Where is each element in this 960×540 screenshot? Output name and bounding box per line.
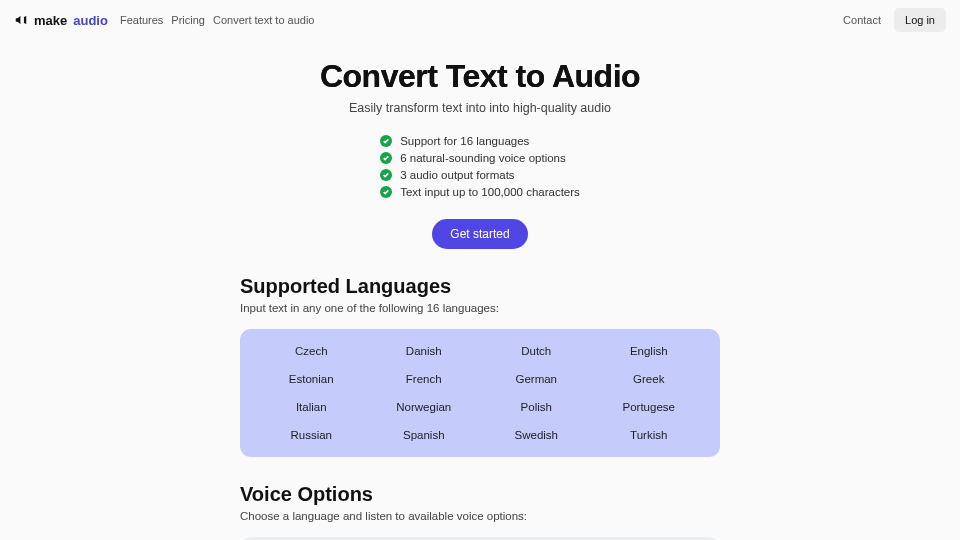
- language-cell: Dutch: [485, 345, 588, 357]
- feature-item: 3 audio output formats: [380, 169, 580, 181]
- language-cell: Italian: [260, 401, 363, 413]
- feature-item: Text input up to 100,000 characters: [380, 186, 580, 198]
- voice-section: Voice Options Choose a language and list…: [240, 483, 720, 540]
- language-cell: Danish: [373, 345, 476, 357]
- language-cell: Turkish: [598, 429, 701, 441]
- nav-link-convert[interactable]: Convert text to audio: [213, 14, 315, 26]
- language-cell: Norwegian: [373, 401, 476, 413]
- language-cell: Swedish: [485, 429, 588, 441]
- login-button[interactable]: Log in: [894, 8, 946, 32]
- language-cell: Czech: [260, 345, 363, 357]
- language-cell: French: [373, 373, 476, 385]
- languages-grid: Czech Danish Dutch English Estonian Fren…: [240, 329, 720, 457]
- feature-label: Text input up to 100,000 characters: [400, 186, 580, 198]
- language-cell: English: [598, 345, 701, 357]
- features-list: Support for 16 languages 6 natural-sound…: [380, 135, 580, 203]
- language-cell: Portugese: [598, 401, 701, 413]
- voice-subtitle: Choose a language and listen to availabl…: [240, 510, 720, 522]
- feature-item: Support for 16 languages: [380, 135, 580, 147]
- languages-section: Supported Languages Input text in any on…: [240, 275, 720, 457]
- nav-left: makeaudio Features Pricing Convert text …: [14, 13, 314, 28]
- brand-link[interactable]: makeaudio: [14, 13, 108, 28]
- check-icon: [380, 186, 392, 198]
- languages-title: Supported Languages: [240, 275, 720, 298]
- language-cell: Polish: [485, 401, 588, 413]
- navbar: makeaudio Features Pricing Convert text …: [0, 0, 960, 40]
- nav-link-features[interactable]: Features: [120, 14, 163, 26]
- feature-label: Support for 16 languages: [400, 135, 529, 147]
- hero: Convert Text to Audio Easily transform t…: [0, 40, 960, 249]
- feature-item: 6 natural-sounding voice options: [380, 152, 580, 164]
- nav-link-pricing[interactable]: Pricing: [171, 14, 205, 26]
- get-started-button[interactable]: Get started: [432, 219, 527, 249]
- language-cell: Estonian: [260, 373, 363, 385]
- language-cell: Greek: [598, 373, 701, 385]
- feature-label: 3 audio output formats: [400, 169, 514, 181]
- check-icon: [380, 152, 392, 164]
- brand-audio: audio: [73, 13, 108, 28]
- feature-label: 6 natural-sounding voice options: [400, 152, 566, 164]
- check-icon: [380, 135, 392, 147]
- page-subtitle: Easily transform text into into high-qua…: [0, 101, 960, 115]
- megaphone-icon: [14, 13, 28, 27]
- page-title: Convert Text to Audio: [0, 58, 960, 95]
- nav-link-contact[interactable]: Contact: [843, 14, 881, 26]
- check-icon: [380, 169, 392, 181]
- brand-make: make: [34, 13, 67, 28]
- language-cell: German: [485, 373, 588, 385]
- nav-links: Features Pricing Convert text to audio: [120, 14, 315, 26]
- language-cell: Spanish: [373, 429, 476, 441]
- nav-right: Contact Log in: [843, 8, 946, 32]
- languages-subtitle: Input text in any one of the following 1…: [240, 302, 720, 314]
- language-cell: Russian: [260, 429, 363, 441]
- voice-title: Voice Options: [240, 483, 720, 506]
